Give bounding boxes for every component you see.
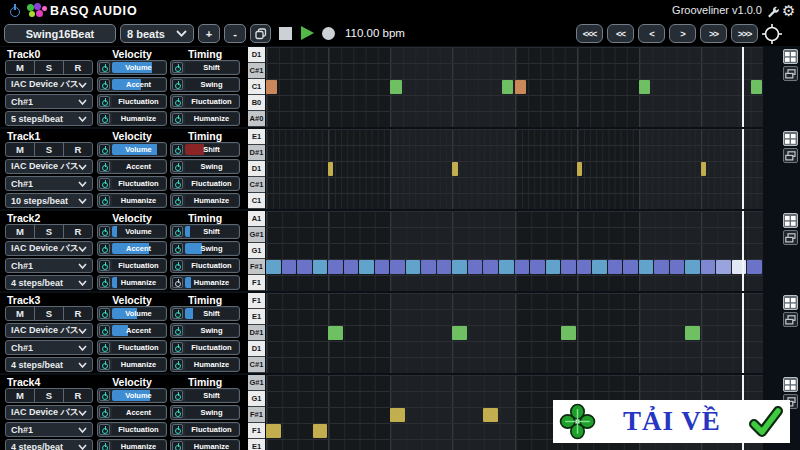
velocity-humanize-slider[interactable]: Humanize: [112, 195, 165, 206]
grid-cell[interactable]: [561, 326, 576, 340]
grid-cell[interactable]: [452, 162, 457, 176]
grid-cell[interactable]: [313, 260, 328, 274]
power-toggle[interactable]: [172, 79, 183, 90]
power-toggle[interactable]: [99, 359, 110, 370]
grid-cell[interactable]: [483, 408, 498, 422]
power-toggle[interactable]: [172, 441, 183, 450]
step-grid[interactable]: [266, 129, 763, 209]
step-grid[interactable]: [266, 293, 763, 373]
velocity-accent-slider[interactable]: Accent: [112, 407, 165, 418]
grid-cell[interactable]: [732, 260, 747, 274]
layer-view-button[interactable]: [783, 66, 798, 81]
power-toggle[interactable]: [99, 113, 110, 124]
preset-field[interactable]: Swing16Beat: [4, 24, 116, 43]
timing-swing-slider[interactable]: Swing: [185, 407, 238, 418]
grid-cell[interactable]: [515, 260, 530, 274]
grid-cell[interactable]: [747, 260, 762, 274]
power-toggle[interactable]: [99, 96, 110, 107]
grid-cell[interactable]: [623, 260, 638, 274]
power-toggle[interactable]: [99, 308, 110, 319]
record-arm-button[interactable]: R: [63, 61, 92, 74]
power-toggle[interactable]: [172, 243, 183, 254]
timing-humanize-slider[interactable]: Humanize: [185, 441, 238, 450]
velocity-fluctuation-slider[interactable]: Fluctuation: [112, 96, 165, 107]
power-toggle[interactable]: [99, 260, 110, 271]
velocity-accent-slider[interactable]: Accent: [112, 325, 165, 336]
power-toggle[interactable]: [99, 390, 110, 401]
power-toggle[interactable]: [172, 178, 183, 189]
nav-next-bar-button[interactable]: >>: [700, 24, 727, 43]
power-toggle[interactable]: [99, 226, 110, 237]
nav-end-button[interactable]: >>>: [731, 24, 758, 43]
grid-cell[interactable]: [313, 424, 328, 438]
velocity-humanize-slider[interactable]: Humanize: [112, 441, 165, 450]
velocity-humanize-slider[interactable]: Humanize: [112, 113, 165, 124]
target-icon[interactable]: [761, 23, 783, 49]
power-toggle[interactable]: [172, 359, 183, 370]
grid-cell[interactable]: [282, 260, 297, 274]
device-select[interactable]: IAC Device バス1: [5, 159, 93, 174]
power-toggle[interactable]: [172, 62, 183, 73]
record-arm-button[interactable]: R: [63, 143, 92, 156]
power-toggle[interactable]: [99, 325, 110, 336]
velocity-humanize-slider[interactable]: Humanize: [112, 277, 165, 288]
timing-shift-slider[interactable]: Shift: [185, 308, 238, 319]
velocity-accent-slider[interactable]: Accent: [112, 161, 165, 172]
power-toggle[interactable]: [99, 342, 110, 353]
power-toggle[interactable]: [99, 243, 110, 254]
steps-select[interactable]: 5 steps/beat: [5, 111, 93, 126]
mute-button[interactable]: M: [6, 225, 34, 238]
nav-start-button[interactable]: <<<: [576, 24, 603, 43]
grid-cell[interactable]: [406, 260, 421, 274]
power-toggle[interactable]: [172, 424, 183, 435]
power-toggle[interactable]: [99, 79, 110, 90]
mute-button[interactable]: M: [6, 61, 34, 74]
power-toggle[interactable]: [99, 62, 110, 73]
solo-button[interactable]: S: [34, 389, 63, 402]
power-icon[interactable]: [8, 4, 22, 18]
velocity-volume-slider[interactable]: Volume: [112, 308, 165, 319]
timing-shift-slider[interactable]: Shift: [185, 390, 238, 401]
velocity-fluctuation-slider[interactable]: Fluctuation: [112, 260, 165, 271]
grid-cell[interactable]: [266, 424, 281, 438]
power-toggle[interactable]: [99, 441, 110, 450]
timing-fluctuation-slider[interactable]: Fluctuation: [185, 260, 238, 271]
record-arm-button[interactable]: R: [63, 307, 92, 320]
timing-humanize-slider[interactable]: Humanize: [185, 113, 238, 124]
solo-button[interactable]: S: [34, 307, 63, 320]
grid-cell[interactable]: [375, 260, 390, 274]
channel-select[interactable]: Ch#1: [5, 94, 93, 109]
timing-shift-slider[interactable]: Shift: [185, 226, 238, 237]
velocity-accent-slider[interactable]: Accent: [112, 79, 165, 90]
record-arm-button[interactable]: R: [63, 389, 92, 402]
device-select[interactable]: IAC Device バス2: [5, 405, 93, 420]
grid-cell[interactable]: [452, 326, 467, 340]
wrench-icon[interactable]: [766, 4, 779, 22]
gear-icon[interactable]: ⚙: [782, 1, 795, 21]
grid-cell[interactable]: [390, 260, 405, 274]
grid-cell[interactable]: [608, 260, 623, 274]
grid-cell[interactable]: [685, 260, 700, 274]
grid-cell[interactable]: [577, 162, 582, 176]
nav-prev-button[interactable]: <: [638, 24, 665, 43]
timing-humanize-slider[interactable]: Humanize: [185, 195, 238, 206]
power-toggle[interactable]: [99, 144, 110, 155]
timing-humanize-slider[interactable]: Humanize: [185, 277, 238, 288]
velocity-volume-slider[interactable]: Volume: [112, 390, 165, 401]
grid-cell[interactable]: [530, 260, 545, 274]
grid-cell[interactable]: [685, 326, 700, 340]
power-toggle[interactable]: [99, 407, 110, 418]
nav-next-button[interactable]: >: [669, 24, 696, 43]
grid-cell[interactable]: [546, 260, 561, 274]
timing-fluctuation-slider[interactable]: Fluctuation: [185, 424, 238, 435]
grid-cell[interactable]: [266, 260, 281, 274]
channel-select[interactable]: Ch#1: [5, 176, 93, 191]
grid-cell[interactable]: [515, 80, 526, 94]
mute-button[interactable]: M: [6, 307, 34, 320]
grid-view-button[interactable]: [783, 295, 798, 310]
timing-swing-slider[interactable]: Swing: [185, 79, 238, 90]
grid-view-button[interactable]: [783, 49, 798, 64]
velocity-volume-slider[interactable]: Volume: [112, 62, 165, 73]
grid-cell[interactable]: [437, 260, 452, 274]
grid-cell[interactable]: [483, 260, 498, 274]
